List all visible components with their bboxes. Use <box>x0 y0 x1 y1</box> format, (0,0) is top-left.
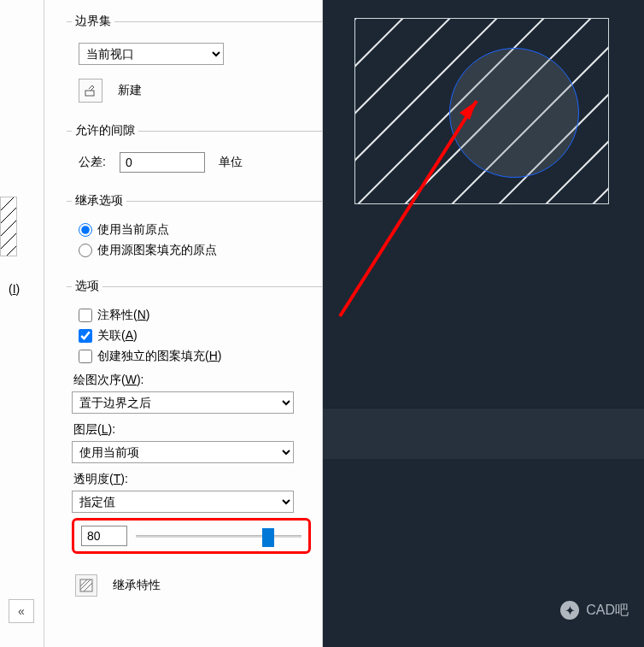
radio-use-current-origin[interactable]: 使用当前原点 <box>79 222 318 238</box>
slider-thumb[interactable] <box>262 528 274 547</box>
svg-line-6 <box>1 249 17 256</box>
inherit-options-legend: 继承选项 <box>72 193 126 209</box>
tolerance-unit: 单位 <box>219 155 243 170</box>
tolerance-label: 公差: <box>79 155 106 170</box>
boundary-set-legend: 边界集 <box>72 14 114 29</box>
gap-tolerance-legend: 允许的间隙 <box>72 123 138 138</box>
svg-line-13 <box>355 19 436 100</box>
collapse-button[interactable]: « <box>9 599 34 623</box>
boundary-set-group: 边界集 当前视口 新建 <box>67 14 323 113</box>
inherit-options-group: 继承选项 使用当前原点 使用源图案填充的原点 <box>67 193 323 268</box>
checkbox-annotative[interactable]: 注释性(N) <box>79 308 318 323</box>
svg-rect-8 <box>80 579 92 591</box>
gap-tolerance-group: 允许的间隙 公差: 单位 <box>67 123 323 183</box>
checkbox-associative[interactable]: 关联(A) <box>79 328 318 344</box>
tolerance-input[interactable] <box>120 152 205 173</box>
draw-order-label: 绘图次序(W): <box>73 373 318 388</box>
draw-order-select[interactable]: 置于边界之后 <box>72 391 294 414</box>
checkbox-associative-input[interactable] <box>79 329 92 343</box>
checkbox-associative-label: 关联(A) <box>97 328 138 344</box>
transparency-highlight <box>72 518 311 554</box>
transparency-slider[interactable] <box>136 528 302 544</box>
inherit-properties-icon-button[interactable] <box>75 574 97 597</box>
checkbox-independent-label: 创建独立的图案填充(H) <box>97 349 221 364</box>
svg-line-11 <box>84 583 92 591</box>
transparency-mode-select[interactable]: 指定值 <box>72 491 294 513</box>
transparency-value-input[interactable] <box>81 526 127 546</box>
svg-rect-7 <box>85 91 94 96</box>
strip-label: (I) <box>9 282 20 296</box>
checkbox-annotative-label: 注释性(N) <box>97 308 149 323</box>
radio-current-origin-label: 使用当前原点 <box>97 222 169 238</box>
drawing-viewport[interactable]: ✦ CAD吧 <box>323 0 644 647</box>
hatch-rectangle <box>355 19 608 203</box>
layer-select[interactable]: 使用当前项 <box>72 441 294 463</box>
watermark: ✦ CAD吧 <box>560 601 629 620</box>
svg-line-10 <box>80 579 87 586</box>
new-boundary-icon-button[interactable] <box>79 79 102 103</box>
checkbox-independent[interactable]: 创建独立的图案填充(H) <box>79 349 318 364</box>
hatch-circle <box>449 48 579 178</box>
slider-track <box>136 535 302 538</box>
wechat-icon: ✦ <box>560 601 579 620</box>
radio-source-origin-input[interactable] <box>79 244 92 257</box>
checkbox-independent-input[interactable] <box>79 350 92 363</box>
checkbox-annotative-input[interactable] <box>79 309 92 322</box>
options-group: 选项 注释性(N) 关联(A) 创建独立的图案填充(H) 绘图次序(W): 置于… <box>67 279 323 559</box>
options-legend: 选项 <box>72 279 102 294</box>
radio-source-origin-label: 使用源图案填充的原点 <box>97 243 217 258</box>
pick-icon <box>84 84 97 97</box>
radio-use-source-origin[interactable]: 使用源图案填充的原点 <box>79 243 318 258</box>
new-button-label[interactable]: 新建 <box>118 83 142 98</box>
watermark-text: CAD吧 <box>586 602 629 620</box>
layer-label: 图层(L): <box>73 422 318 438</box>
hatch-swatch-icon <box>0 197 17 256</box>
transparency-label: 透明度(T): <box>73 472 318 487</box>
inherit-icon <box>79 578 94 593</box>
viewport-select[interactable]: 当前视口 <box>79 43 224 65</box>
inherit-properties-label[interactable]: 继承特性 <box>113 578 161 593</box>
radio-current-origin-input[interactable] <box>79 223 92 237</box>
svg-line-1 <box>1 197 17 219</box>
